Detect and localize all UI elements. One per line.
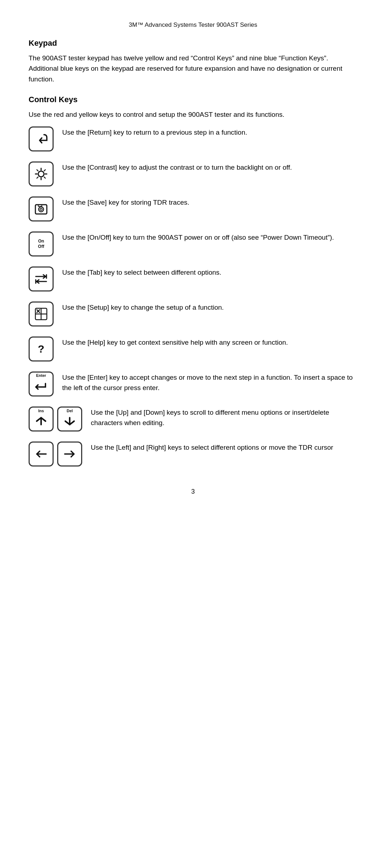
key-row-tab: Use the [Tab] key to select between diff… [29, 266, 357, 291]
key-icon-area-updown: Ins Del [29, 406, 82, 431]
key-icon-area-tab [29, 266, 54, 291]
svg-point-10 [39, 207, 44, 212]
setup-key-icon [29, 301, 54, 326]
onoff-key-icon: On Off [29, 231, 54, 256]
left-key-icon [29, 442, 54, 467]
updown-key-desc: Use the [Up] and [Down] keys to scroll t… [91, 406, 357, 428]
help-label: ? [38, 343, 44, 355]
enter-key-desc: Use the [Enter] key to accept changes or… [62, 371, 357, 393]
control-keys-title: Control Keys [29, 95, 357, 104]
svg-rect-9 [35, 205, 47, 214]
key-row-save: Use the [Save] key for storing TDR trace… [29, 196, 357, 221]
contrast-key-icon [29, 161, 54, 186]
svg-point-0 [38, 171, 44, 177]
svg-rect-12 [38, 205, 42, 206]
up-key-icon: Ins [29, 406, 54, 431]
del-label: Del [66, 409, 73, 413]
onoff-label-off: Off [38, 244, 44, 249]
down-key-icon: Del [57, 406, 82, 431]
key-row-contrast: Use the [Contrast] key to adjust the con… [29, 161, 357, 186]
keypad-title: Keypad [29, 39, 357, 48]
key-icon-area-setup [29, 301, 54, 326]
save-key-desc: Use the [Save] key for storing TDR trace… [62, 196, 357, 208]
key-icon-area-contrast [29, 161, 54, 186]
help-key-desc: Use the [Help] key to get context sensit… [62, 336, 357, 348]
page-header: 3M™ Advanced Systems Tester 900AST Serie… [29, 21, 357, 29]
tab-key-desc: Use the [Tab] key to select between diff… [62, 266, 357, 278]
key-icon-area-leftright [29, 442, 82, 467]
svg-point-11 [40, 208, 42, 210]
contrast-key-desc: Use the [Contrast] key to adjust the con… [62, 161, 357, 173]
ins-label: Ins [38, 409, 44, 413]
enter-key-icon: Enter [29, 371, 54, 396]
leftright-key-desc: Use the [Left] and [Right] keys to selec… [91, 442, 357, 453]
right-key-icon [57, 442, 82, 467]
keypad-section: Keypad The 900AST tester keypad has twel… [29, 39, 357, 84]
svg-line-6 [44, 177, 45, 178]
key-list: Use the [Return] key to return to a prev… [29, 126, 357, 467]
key-icon-area-enter: Enter [29, 371, 54, 396]
key-icon-area-help: ? [29, 336, 54, 361]
key-row-help: ? Use the [Help] key to get context sens… [29, 336, 357, 361]
onoff-key-desc: Use the [On/Off] key to turn the 900AST … [62, 231, 357, 243]
key-row-return: Use the [Return] key to return to a prev… [29, 126, 357, 151]
page-number: 3 [29, 488, 357, 495]
key-row-setup: Use the [Setup] key to change the setup … [29, 301, 357, 326]
control-keys-intro: Use the red and yellow keys to control a… [29, 109, 357, 120]
key-row-onoff: On Off Use the [On/Off] key to turn the … [29, 231, 357, 256]
svg-line-8 [37, 177, 38, 178]
key-icon-area-return [29, 126, 54, 151]
control-keys-section: Control Keys Use the red and yellow keys… [29, 95, 357, 466]
svg-line-5 [37, 170, 38, 171]
save-key-icon [29, 196, 54, 221]
setup-key-desc: Use the [Setup] key to change the setup … [62, 301, 357, 313]
key-row-leftright: Use the [Left] and [Right] keys to selec… [29, 442, 357, 467]
help-key-icon: ? [29, 336, 54, 361]
key-row-enter: Enter Use the [Enter] key to accept chan… [29, 371, 357, 396]
key-icon-area-onoff: On Off [29, 231, 54, 256]
return-key-icon [29, 126, 54, 151]
tab-key-icon [29, 266, 54, 291]
key-icon-area-save [29, 196, 54, 221]
return-key-desc: Use the [Return] key to return to a prev… [62, 126, 357, 138]
enter-label: Enter [36, 374, 46, 378]
onoff-label-on: On [38, 239, 44, 244]
keypad-para: The 900AST tester keypad has twelve yell… [29, 53, 357, 84]
svg-line-7 [44, 170, 45, 171]
key-row-updown: Ins Del Use the [Up] and [Down] keys [29, 406, 357, 431]
header-text: 3M™ Advanced Systems Tester 900AST Serie… [129, 21, 257, 28]
